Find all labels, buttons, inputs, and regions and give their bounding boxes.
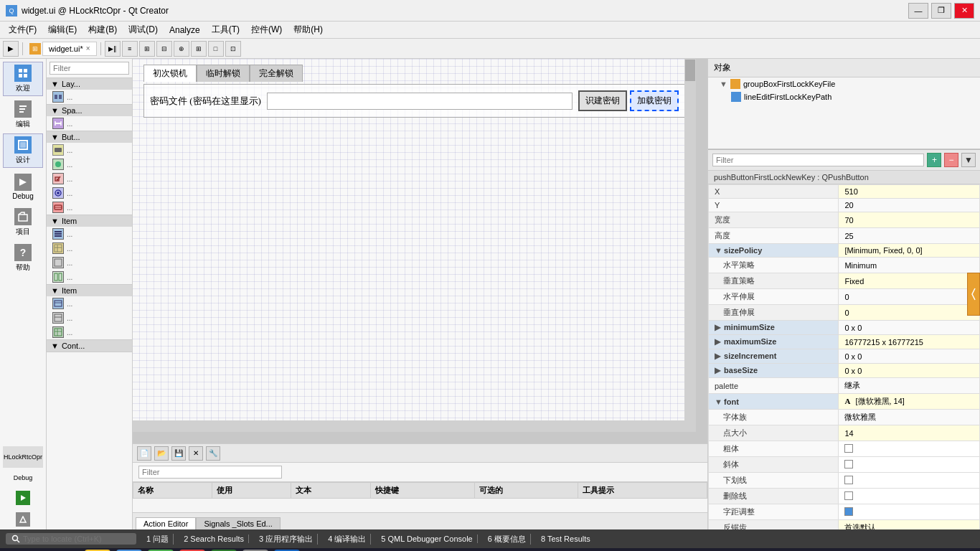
widget-item-btn5[interactable]: ... (47, 200, 132, 215)
toolbar-btn-9[interactable]: ⊡ (225, 41, 241, 57)
prop-value-vpolicy[interactable]: Fixed (839, 273, 980, 289)
bottom-btn-new[interactable]: 📄 (137, 446, 151, 461)
toolbar-btn-5[interactable]: ⊟ (156, 41, 172, 57)
prop-value-antialias[interactable]: 首选默认 (839, 520, 980, 530)
toolbar-btn-8[interactable]: □ (208, 41, 224, 57)
widget-filter-input[interactable] (50, 62, 129, 75)
checkbox-strikeout[interactable] (844, 491, 853, 500)
close-button[interactable]: ✕ (954, 3, 974, 19)
bottom-filter-input[interactable] (138, 466, 282, 479)
widget-section-containers-header[interactable]: ▼ Cont... (47, 340, 132, 352)
canvas-scrollbar-h[interactable] (133, 420, 684, 432)
prop-value-italic[interactable] (839, 457, 980, 473)
tab-btn-full-unlock[interactable]: 完全解锁 (250, 65, 303, 82)
toolbar-btn-4[interactable]: ⊞ (139, 41, 155, 57)
sidebar-debug2[interactable]: Debug (3, 469, 43, 486)
canvas-container[interactable]: 初次锁机 临时解锁 完全解锁 密码文件 (密码在这里显示) 识建密钥 (133, 59, 707, 443)
prop-name-basesize[interactable]: ▶ baseSize (709, 364, 839, 378)
btn-load-key[interactable]: 加载密钥 (630, 90, 679, 111)
widget-item-radio[interactable]: ... (47, 186, 132, 200)
prop-value-kerning[interactable] (839, 504, 980, 520)
bottom-btn-settings[interactable]: 🔧 (206, 446, 220, 461)
prop-name-minsize[interactable]: ▶ minimumSize (709, 321, 839, 335)
status-search-input[interactable] (23, 534, 131, 543)
widget-item-checkbox[interactable]: ... (47, 171, 132, 186)
menu-edit[interactable]: 编辑(E) (42, 22, 83, 37)
widget-section-spacers-header[interactable]: ▼ Spa... (47, 105, 132, 116)
prop-value-hpolicy[interactable]: Minimum (839, 258, 980, 273)
status-item-appout[interactable]: 3 应用程序输出 (255, 534, 318, 545)
prop-value-underline[interactable] (839, 473, 980, 489)
menu-file[interactable]: 文件(F) (3, 22, 42, 37)
bottom-btn-open[interactable]: 📂 (154, 446, 169, 461)
status-item-compout[interactable]: 4 编译输出 (324, 534, 371, 545)
widget-item-columnview[interactable]: ... (47, 270, 132, 284)
widget-item-hlayout[interactable]: ... (47, 90, 132, 104)
canvas-tab-widget[interactable]: widget.ui* × (42, 42, 97, 56)
widget-item-spacer[interactable]: ... (47, 116, 132, 131)
status-item-problems[interactable]: 1 问题 (142, 534, 174, 545)
prop-value-fontfamily[interactable]: 微软雅黑 (839, 410, 980, 425)
menu-debug[interactable]: 调试(D) (123, 22, 164, 37)
sidebar-hlock[interactable]: HLockRtcOpr (3, 446, 43, 468)
tab-btn-first-lock[interactable]: 初次锁机 (143, 65, 197, 82)
prop-value-x[interactable]: 510 (839, 185, 980, 199)
prop-value-vstretch[interactable]: 0 (839, 305, 980, 321)
status-item-general[interactable]: 6 概要信息 (484, 534, 531, 545)
prop-value-y[interactable]: 20 (839, 199, 980, 212)
widget-item-listwidget[interactable]: ... (47, 296, 132, 311)
sidebar-design[interactable]: 设计 (3, 133, 43, 168)
toolbar-btn-2[interactable]: ▶‖ (105, 41, 121, 57)
status-item-qml[interactable]: 5 QML Debugger Console (377, 534, 477, 543)
right-add-button[interactable]: + (927, 153, 941, 167)
tab-signals-slots[interactable]: Signals _Slots Ed... (196, 517, 280, 529)
widget-item-treeview[interactable]: ... (47, 241, 132, 255)
toolbar-btn-3[interactable]: ≡ (122, 41, 138, 57)
checkbox-bold[interactable] (844, 444, 853, 453)
toolbar-btn-6[interactable]: ⊕ (174, 41, 189, 57)
password-input-widget[interactable] (267, 93, 573, 110)
checkbox-kerning[interactable] (844, 507, 853, 516)
prop-value-height[interactable]: 25 (839, 228, 980, 244)
checkbox-underline[interactable] (844, 476, 853, 484)
prop-name-sizeincrement[interactable]: ▶ sizeIncrement (709, 349, 839, 364)
widget-item-tableview[interactable]: ... (47, 255, 132, 270)
toolbar-btn-1[interactable]: ▶ (3, 41, 19, 57)
prop-value-hstretch[interactable]: 0 (839, 289, 980, 305)
bottom-btn-close[interactable]: ✕ (189, 446, 203, 461)
menu-help[interactable]: 帮助(H) (288, 22, 329, 37)
widget-item-listview[interactable]: ... (47, 227, 132, 241)
tab-btn-temp-unlock[interactable]: 临时解锁 (197, 65, 250, 82)
minimize-button[interactable]: — (908, 3, 928, 19)
widget-item-toolbtn[interactable]: ... (47, 157, 132, 171)
widget-item-pushbtn[interactable]: ... (47, 143, 132, 157)
checkbox-italic[interactable] (844, 460, 853, 468)
prop-name-font[interactable]: ▼ font (709, 394, 839, 410)
widget-section-item-widgets-header[interactable]: ▼ Item (47, 285, 132, 296)
prop-value-pointsize[interactable]: 14 (839, 425, 980, 441)
widget-section-item-views-header[interactable]: ▼ Item (47, 215, 132, 227)
tab-action-editor[interactable]: Action Editor (136, 517, 196, 529)
prop-name-sizepolicy[interactable]: ▼ sizePolicy (709, 244, 839, 258)
status-item-tests[interactable]: 8 Test Results (537, 534, 595, 543)
right-filter-input[interactable] (712, 154, 924, 166)
canvas-scrollbar-v[interactable] (684, 59, 696, 420)
menu-analyze[interactable]: Analyze (164, 24, 206, 37)
obj-tree-item-2[interactable]: lineEditFirstLockKeyPath (708, 90, 980, 103)
widget-item-tablewidget[interactable]: ... (47, 325, 132, 339)
prop-value-strikeout[interactable] (839, 489, 980, 504)
right-minus-button[interactable]: − (944, 153, 958, 167)
bottom-btn-save[interactable]: 💾 (171, 446, 186, 461)
sidebar-welcome[interactable]: 欢迎 (3, 62, 43, 96)
menu-build[interactable]: 构建(B) (83, 22, 123, 37)
prop-value-width[interactable]: 70 (839, 212, 980, 228)
right-panel-collapse-btn[interactable] (967, 273, 980, 316)
btn-create-key[interactable]: 识建密钥 (578, 90, 627, 111)
canvas-tab-close[interactable]: × (86, 44, 90, 52)
obj-tree-item-1[interactable]: ▼ groupBoxFirstLockKeyFile (708, 77, 980, 90)
sidebar-project[interactable]: 项目 (3, 205, 43, 240)
toolbar-btn-7[interactable]: ⊞ (191, 41, 207, 57)
widget-item-treewidget[interactable]: ... (47, 311, 132, 325)
widget-section-buttons-header[interactable]: ▼ But... (47, 131, 132, 143)
menu-controls[interactable]: 控件(W) (245, 22, 288, 37)
